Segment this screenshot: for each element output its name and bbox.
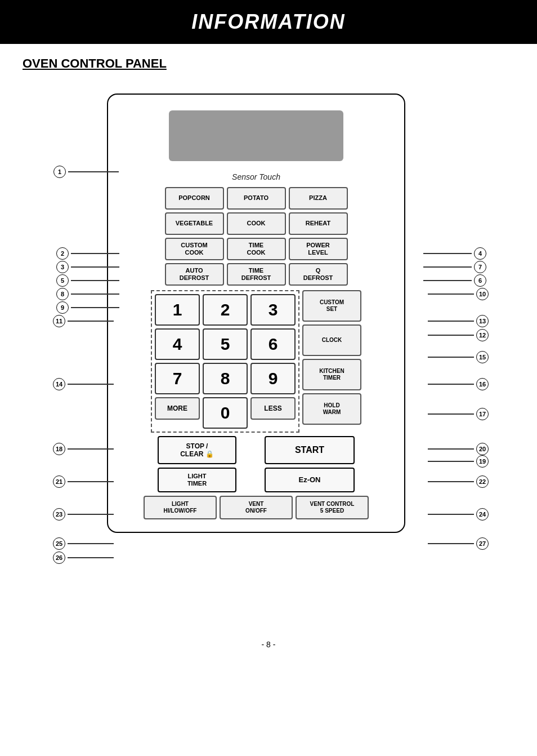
label-10: 10 — [428, 288, 489, 300]
num-9-button[interactable]: 9 — [250, 363, 296, 394]
vent-on-button[interactable]: VENTON/OFF — [220, 496, 293, 519]
power-level-button[interactable]: POWERLEVEL — [289, 238, 348, 260]
light-timer-button[interactable]: LIGHTTIMER — [158, 468, 236, 492]
label-1: 1 — [53, 166, 119, 178]
numpad-area: 1 2 3 4 5 6 7 8 9 — [151, 290, 299, 433]
num-0-button[interactable]: 0 — [203, 397, 248, 429]
num-2-button[interactable]: 2 — [203, 294, 248, 326]
num-7-button[interactable]: 7 — [155, 363, 200, 394]
sensor-touch-label: Sensor Touch — [118, 172, 394, 181]
ez-on-button[interactable]: Ez-ON — [265, 468, 355, 492]
label-13: 13 — [428, 315, 489, 327]
page-title: INFORMATION — [0, 10, 537, 34]
label-20: 20 — [428, 443, 489, 455]
control-panel: Sensor Touch POPCORN POTATO PIZZA VEGETA… — [107, 94, 405, 533]
label-19: 19 — [428, 455, 489, 468]
start-button[interactable]: START — [265, 436, 355, 464]
label-9: 9 — [56, 301, 119, 314]
header-bar: INFORMATION — [0, 0, 537, 44]
q-defrost-button[interactable]: QDEFROST — [289, 263, 348, 286]
vegetable-button[interactable]: VEGETABLE — [165, 212, 224, 235]
num-1-button[interactable]: 1 — [155, 294, 200, 326]
clock-button[interactable]: CLOCK — [302, 324, 361, 356]
label-14: 14 — [53, 378, 114, 390]
vent-control-button[interactable]: VENT CONTROL5 SPEED — [296, 496, 369, 519]
page-number: - 8 - — [262, 640, 276, 649]
label-8: 8 — [56, 288, 119, 300]
label-11: 11 — [53, 315, 114, 327]
num-3-button[interactable]: 3 — [250, 294, 296, 326]
label-16: 16 — [428, 378, 489, 390]
label-4: 4 — [423, 247, 486, 260]
num-6-button[interactable]: 6 — [250, 328, 296, 360]
display-screen — [169, 110, 343, 161]
more-button[interactable]: MORE — [155, 397, 200, 420]
label-18: 18 — [53, 443, 114, 455]
label-26: 26 — [53, 552, 114, 564]
custom-cook-button[interactable]: CUSTOMCOOK — [165, 238, 224, 260]
num-5-button[interactable]: 5 — [203, 328, 248, 360]
label-25: 25 — [53, 537, 114, 550]
label-2: 2 — [56, 247, 119, 260]
light-hi-button[interactable]: LIGHTHI/LOW/OFF — [144, 496, 217, 519]
hold-warm-button[interactable]: HOLDWARM — [302, 393, 361, 425]
label-5: 5 — [56, 274, 119, 287]
custom-set-button[interactable]: CUSTOMSET — [302, 290, 361, 322]
time-cook-button[interactable]: TIMECOOK — [227, 238, 286, 260]
label-27: 27 — [428, 537, 489, 550]
num-4-button[interactable]: 4 — [155, 328, 200, 360]
label-3: 3 — [56, 261, 119, 273]
label-23: 23 — [53, 508, 114, 521]
time-defrost-button[interactable]: TIMEDEFROST — [227, 263, 286, 286]
popcorn-button[interactable]: POPCORN — [165, 187, 224, 210]
auto-defrost-button[interactable]: AUTODEFROST — [165, 263, 224, 286]
less-button[interactable]: LESS — [250, 397, 296, 420]
label-6: 6 — [423, 274, 486, 287]
label-12: 12 — [428, 329, 489, 341]
pizza-button[interactable]: PIZZA — [289, 187, 348, 210]
potato-button[interactable]: POTATO — [227, 187, 286, 210]
label-15: 15 — [428, 351, 489, 363]
label-22: 22 — [428, 475, 489, 488]
label-24: 24 — [428, 508, 489, 521]
cook-button[interactable]: COOK — [227, 212, 286, 235]
side-buttons-area: CUSTOMSET CLOCK KITCHENTIMER HOLDWARM — [302, 290, 361, 433]
reheat-button[interactable]: REHEAT — [289, 212, 348, 235]
label-21: 21 — [53, 475, 114, 488]
kitchen-timer-button[interactable]: KITCHENTIMER — [302, 359, 361, 390]
stop-clear-button[interactable]: STOP /CLEAR 🔒 — [158, 436, 236, 464]
label-17: 17 — [428, 408, 489, 420]
num-8-button[interactable]: 8 — [203, 363, 248, 394]
label-7: 7 — [423, 261, 486, 273]
section-title: OVEN CONTROL PANEL — [23, 56, 167, 70]
